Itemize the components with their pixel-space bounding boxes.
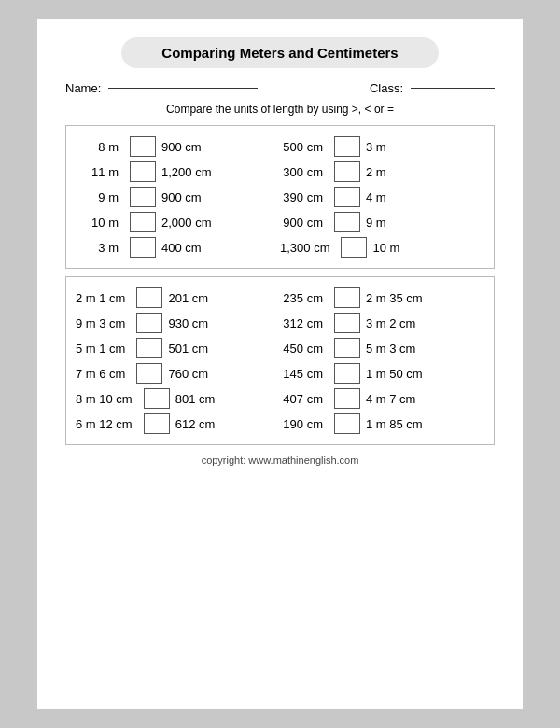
- left-val1: 7 m 6 cm: [76, 367, 131, 381]
- left-val2: 930 cm: [168, 316, 217, 330]
- table-row: 8 m 10 cm 801 cm 407 cm 4 m 7 cm: [76, 388, 484, 409]
- answer-box[interactable]: [334, 187, 360, 207]
- right-val2: 1 m 50 cm: [366, 367, 423, 381]
- worksheet-page: Comparing Meters and Centimeters Name: C…: [37, 19, 523, 709]
- table-row: 5 m 1 cm 501 cm 450 cm 5 m 3 cm: [76, 338, 484, 358]
- right-val1: 300 cm: [280, 165, 329, 179]
- right-val2: 5 m 3 cm: [366, 342, 415, 356]
- left-half: 8 m 900 cm: [76, 136, 280, 157]
- name-label: Name:: [65, 81, 101, 95]
- answer-box[interactable]: [136, 313, 162, 333]
- table-row: 11 m 1,200 cm 300 cm 2 m: [76, 161, 484, 182]
- answer-box[interactable]: [334, 212, 360, 232]
- right-val2: 4 m: [366, 190, 414, 204]
- left-half: 5 m 1 cm 501 cm: [76, 338, 280, 358]
- right-val2: 9 m: [366, 216, 414, 230]
- left-val2: 612 cm: [175, 417, 224, 431]
- right-val2: 10 m: [372, 241, 421, 255]
- left-val1: 6 m 12 cm: [76, 417, 138, 431]
- answer-box[interactable]: [130, 187, 156, 207]
- left-val2: 201 cm: [168, 291, 217, 305]
- right-half: 1,300 cm 10 m: [280, 237, 484, 258]
- left-val2: 400 cm: [161, 241, 210, 255]
- left-val1: 5 m 1 cm: [76, 342, 131, 356]
- right-half: 300 cm 2 m: [280, 161, 484, 182]
- left-val1: 3 m: [76, 241, 124, 255]
- answer-box[interactable]: [334, 363, 360, 384]
- answer-box[interactable]: [130, 212, 156, 232]
- copyright-text: copyright: www.mathinenglish.com: [65, 455, 495, 466]
- right-half: 312 cm 3 m 2 cm: [280, 313, 484, 333]
- table-row: 3 m 400 cm 1,300 cm 10 m: [76, 237, 484, 258]
- table-row: 2 m 1 cm 201 cm 235 cm 2 m 35 cm: [76, 287, 484, 308]
- answer-box[interactable]: [341, 237, 367, 258]
- right-half: 390 cm 4 m: [280, 187, 484, 207]
- answer-box[interactable]: [334, 287, 360, 308]
- right-half: 190 cm 1 m 85 cm: [280, 413, 484, 434]
- left-val1: 8 m 10 cm: [76, 392, 138, 406]
- right-val2: 3 m 2 cm: [366, 316, 415, 330]
- table-row: 9 m 3 cm 930 cm 312 cm 3 m 2 cm: [76, 313, 484, 333]
- right-half: 145 cm 1 m 50 cm: [280, 363, 484, 384]
- left-val2: 900 cm: [161, 140, 210, 154]
- answer-box[interactable]: [334, 313, 360, 333]
- right-val2: 2 m: [366, 165, 414, 179]
- left-half: 7 m 6 cm 760 cm: [76, 363, 280, 384]
- left-val1: 11 m: [76, 165, 124, 179]
- right-val1: 390 cm: [280, 190, 329, 204]
- right-half: 450 cm 5 m 3 cm: [280, 338, 484, 358]
- right-val1: 235 cm: [280, 291, 329, 305]
- answer-box[interactable]: [144, 413, 170, 434]
- left-val1: 9 m: [76, 190, 124, 204]
- table-row: 10 m 2,000 cm 900 cm 9 m: [76, 212, 484, 232]
- left-val1: 9 m 3 cm: [76, 316, 131, 330]
- right-val1: 190 cm: [280, 417, 329, 431]
- name-class-row: Name: Class:: [65, 81, 495, 95]
- answer-box[interactable]: [136, 338, 162, 358]
- left-half: 10 m 2,000 cm: [76, 212, 280, 232]
- right-half: 500 cm 3 m: [280, 136, 484, 157]
- right-val1: 1,300 cm: [280, 241, 335, 255]
- left-half: 8 m 10 cm 801 cm: [76, 388, 280, 409]
- left-half: 2 m 1 cm 201 cm: [76, 287, 280, 308]
- answer-box[interactable]: [130, 237, 156, 258]
- right-half: 235 cm 2 m 35 cm: [280, 287, 484, 308]
- left-half: 3 m 400 cm: [76, 237, 280, 258]
- answer-box[interactable]: [136, 363, 162, 384]
- name-underline: [108, 88, 258, 89]
- left-half: 6 m 12 cm 612 cm: [76, 413, 280, 434]
- left-val2: 760 cm: [168, 367, 217, 381]
- left-val2: 801 cm: [175, 392, 224, 406]
- answer-box[interactable]: [334, 388, 360, 409]
- left-half: 9 m 3 cm 930 cm: [76, 313, 280, 333]
- answer-box[interactable]: [144, 388, 170, 409]
- left-val1: 10 m: [76, 216, 124, 230]
- left-val1: 8 m: [76, 140, 124, 154]
- answer-box[interactable]: [136, 287, 162, 308]
- answer-box[interactable]: [130, 136, 156, 157]
- left-val1: 2 m 1 cm: [76, 291, 131, 305]
- right-val2: 4 m 7 cm: [366, 392, 415, 406]
- right-val1: 900 cm: [280, 216, 329, 230]
- worksheet-title: Comparing Meters and Centimeters: [121, 37, 439, 68]
- answer-box[interactable]: [334, 136, 360, 157]
- answer-box[interactable]: [334, 161, 360, 182]
- right-val1: 407 cm: [280, 392, 329, 406]
- right-val1: 312 cm: [280, 316, 329, 330]
- table-row: 6 m 12 cm 612 cm 190 cm 1 m 85 cm: [76, 413, 484, 434]
- answer-box[interactable]: [334, 413, 360, 434]
- class-underline: [411, 88, 495, 89]
- right-half: 900 cm 9 m: [280, 212, 484, 232]
- left-val2: 1,200 cm: [161, 165, 211, 179]
- answer-box[interactable]: [130, 161, 156, 182]
- section-2: 2 m 1 cm 201 cm 235 cm 2 m 35 cm 9 m 3 c…: [65, 276, 495, 445]
- right-half: 407 cm 4 m 7 cm: [280, 388, 484, 409]
- section-1: 8 m 900 cm 500 cm 3 m 11 m 1,200 cm 300 …: [65, 125, 495, 269]
- left-val2: 501 cm: [168, 342, 217, 356]
- right-val2: 3 m: [366, 140, 414, 154]
- table-row: 7 m 6 cm 760 cm 145 cm 1 m 50 cm: [76, 363, 484, 384]
- right-val1: 500 cm: [280, 140, 329, 154]
- answer-box[interactable]: [334, 338, 360, 358]
- class-field: Class:: [370, 81, 495, 95]
- name-field: Name:: [65, 81, 258, 95]
